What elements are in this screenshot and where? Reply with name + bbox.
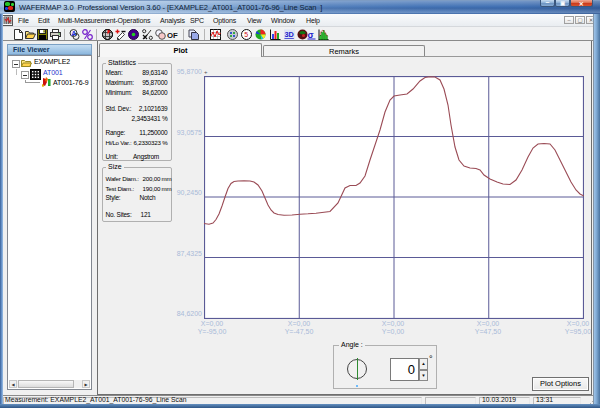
svg-text:A: A — [71, 30, 76, 37]
svg-text:3D: 3D — [284, 30, 293, 39]
svg-text:5: 5 — [244, 31, 248, 38]
svg-text:σ: σ — [308, 30, 314, 40]
svg-text:OF: OF — [167, 31, 178, 40]
